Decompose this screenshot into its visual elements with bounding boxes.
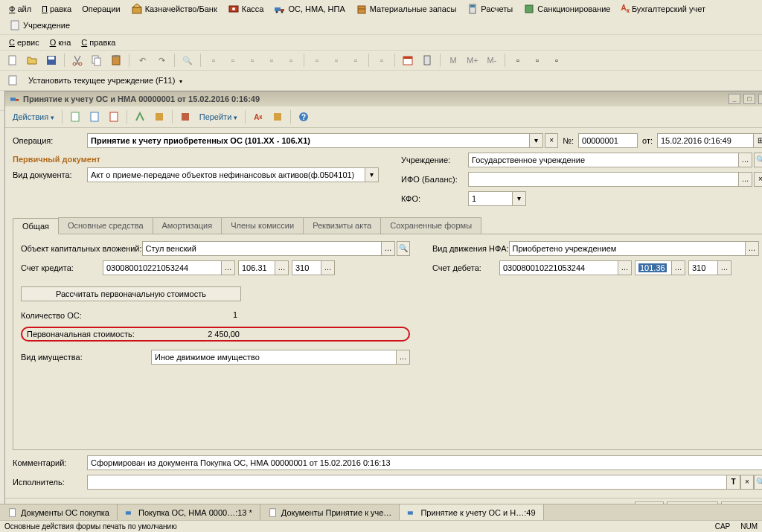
debit-acc-input[interactable]: 030080010221053244 — [499, 260, 618, 275]
ifo-select-button[interactable]: … — [739, 172, 752, 187]
toolbar-btn[interactable]: ▫ — [244, 52, 260, 68]
toolbar-btn[interactable]: ▫ — [374, 52, 390, 68]
debit-sub2-input[interactable]: 310 — [688, 260, 718, 275]
executor-t-button[interactable]: T — [727, 475, 740, 490]
tb-icon[interactable] — [151, 109, 167, 125]
menu-windows[interactable]: Окна — [45, 36, 76, 48]
credit-acc-button[interactable]: … — [222, 260, 235, 275]
save-icon[interactable] — [43, 52, 60, 68]
toolbar-btn[interactable]: ▫ — [328, 52, 345, 68]
toolbar-btn[interactable]: ▫ — [510, 52, 526, 68]
tb-icon[interactable] — [67, 109, 83, 125]
menu-accounting[interactable]: Ак Бухгалтерский учет — [616, 1, 710, 16]
operation-clear-button[interactable]: × — [545, 133, 558, 148]
menu-file[interactable]: Файл — [4, 1, 36, 16]
toolbar-btn[interactable]: ▫ — [225, 52, 241, 68]
redo-icon[interactable]: ↷ — [153, 52, 170, 68]
window-tab-active[interactable]: Принятие к учету ОС и Н…:49 — [400, 504, 543, 520]
obj-vloz-search-button[interactable]: 🔍 — [397, 241, 410, 256]
ifo-clear-button[interactable]: × — [754, 172, 762, 187]
close-button[interactable]: × — [758, 94, 762, 104]
menu-org[interactable]: Учреждение — [4, 18, 74, 33]
window-tab[interactable]: Документы Принятие к уче… — [260, 504, 400, 520]
menu-help[interactable]: Справка — [77, 36, 120, 48]
prop-type-button[interactable]: … — [397, 350, 410, 365]
credit-sub2-input[interactable]: 310 — [292, 260, 321, 275]
copy-icon[interactable] — [89, 52, 105, 68]
dvij-input[interactable]: Приобретено учреждением — [509, 241, 746, 256]
menu-service[interactable]: Сервис — [4, 36, 44, 48]
org-doc-icon[interactable] — [4, 72, 21, 89]
credit-sub1-button[interactable]: … — [275, 260, 289, 275]
tb-icon[interactable] — [132, 109, 148, 125]
comment-input[interactable]: Сформирован из документа Покупка ОС, НМА… — [87, 455, 762, 470]
dvij-button[interactable]: … — [746, 241, 759, 256]
window-tab[interactable]: Документы ОС покупка — [0, 504, 118, 520]
operation-dropdown-button[interactable]: ▾ — [530, 133, 543, 148]
kfo-input[interactable]: 1 — [468, 191, 513, 206]
toolbar-btn[interactable]: ▫ — [283, 52, 299, 68]
tb-icon[interactable] — [86, 109, 103, 125]
credit-sub1-input[interactable]: 106.31 — [238, 260, 275, 275]
open-icon[interactable] — [24, 52, 40, 68]
tab-general[interactable]: Общая — [13, 218, 59, 234]
operation-input[interactable]: Принятие к учету приобретенных ОС (101.X… — [87, 133, 530, 148]
calc-cost-button[interactable]: Рассчитать первоначальную стоимость — [21, 286, 241, 301]
debit-sub2-button[interactable]: … — [718, 260, 731, 275]
goto-dropdown[interactable]: Перейти — [196, 112, 240, 121]
kfo-dropdown-button[interactable]: ▾ — [513, 191, 526, 206]
paste-icon[interactable] — [108, 52, 124, 68]
date-picker-button[interactable]: ⊞ — [754, 133, 762, 148]
menu-os-nma[interactable]: ОС, НМА, НПА — [269, 1, 349, 16]
credit-acc-input[interactable]: 030080010221053244 — [103, 260, 222, 275]
ak-icon[interactable]: Ак — [250, 109, 266, 125]
toolbar-btn[interactable]: ▫ — [205, 52, 222, 68]
new-doc-icon[interactable] — [4, 52, 21, 68]
tb-icon[interactable] — [269, 109, 286, 125]
calc-icon[interactable] — [419, 52, 435, 68]
menu-operations[interactable]: Операции — [77, 1, 124, 16]
tab-requisites[interactable]: Реквизиты акта — [303, 217, 381, 234]
doc-type-input[interactable]: Акт о приеме-передаче объектов нефинансо… — [87, 167, 365, 182]
set-org-link[interactable]: Установить текущее учреждение (F11) — [24, 74, 187, 86]
toolbar-btn[interactable]: ▫ — [529, 52, 545, 68]
toolbar-btn[interactable]: ▫ — [348, 52, 364, 68]
tab-commission[interactable]: Члены комиссии — [221, 217, 304, 234]
menu-treasury[interactable]: Казначейство/Банк — [127, 1, 222, 16]
help-icon[interactable]: ? — [295, 109, 312, 125]
org-select-button[interactable]: … — [739, 153, 752, 167]
actions-dropdown[interactable]: Действия — [10, 112, 57, 121]
org-search-button[interactable]: 🔍 — [754, 153, 762, 167]
calendar-icon[interactable] — [400, 52, 416, 68]
menu-sanction[interactable]: Санкционирование — [519, 1, 615, 16]
toolbar-btn[interactable]: ▫ — [548, 52, 565, 68]
tab-os[interactable]: Основные средства — [58, 217, 153, 234]
menu-edit[interactable]: Правка — [37, 1, 76, 16]
cut-icon[interactable] — [69, 52, 86, 68]
executor-input[interactable] — [87, 475, 727, 490]
doc-type-dropdown-button[interactable]: ▾ — [365, 167, 379, 182]
toolbar-btn[interactable]: ▫ — [263, 52, 280, 68]
obj-vloz-select-button[interactable]: … — [382, 241, 395, 256]
tab-saved-forms[interactable]: Сохраненные формы — [380, 217, 481, 234]
num-input[interactable]: 00000001 — [578, 133, 638, 148]
undo-icon[interactable]: ↶ — [134, 52, 150, 68]
tab-amort[interactable]: Амортизация — [153, 217, 222, 234]
obj-vloz-input[interactable]: Стул венский — [142, 241, 382, 256]
tb-icon[interactable] — [106, 109, 122, 125]
m-icon[interactable]: M — [445, 52, 461, 68]
date-input[interactable]: 15.02.2016 0:16:49 — [657, 133, 754, 148]
credit-sub2-button[interactable]: … — [321, 260, 335, 275]
executor-search-button[interactable]: 🔍 — [754, 475, 762, 490]
m-plus-icon[interactable]: M+ — [464, 52, 481, 68]
debit-sub1-input[interactable]: 101.36 — [635, 260, 672, 275]
menu-calc[interactable]: Расчеты — [462, 1, 517, 16]
find-icon[interactable]: 🔍 — [179, 52, 196, 68]
minimize-button[interactable]: _ — [729, 94, 740, 104]
org-input[interactable]: Государственное учреждение — [468, 153, 739, 167]
window-tab[interactable]: Покупка ОС, НМА 0000…:13 * — [118, 504, 260, 520]
executor-clear-button[interactable]: × — [740, 475, 754, 490]
debit-sub1-button[interactable]: … — [672, 260, 685, 275]
maximize-button[interactable]: □ — [743, 94, 755, 104]
tb-icon[interactable] — [177, 109, 193, 125]
